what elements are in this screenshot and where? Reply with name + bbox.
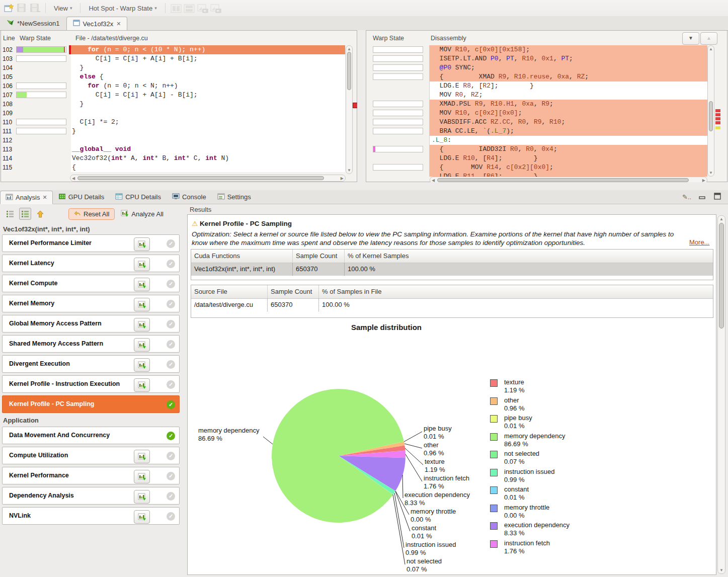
analysis-item-kernel-performance[interactable]: Kernel Performance✓	[2, 467, 180, 484]
hotspot-dropdown[interactable]: Hot Spot - Warp State ▾	[86, 4, 159, 13]
hotspot-marker[interactable]	[715, 121, 720, 124]
editor-sash[interactable]	[357, 30, 366, 182]
scroll-up-icon[interactable]: ▲	[708, 47, 714, 51]
view-menu[interactable]: View ▾	[51, 4, 75, 13]
run-analysis-button[interactable]	[134, 338, 150, 352]
analysis-item-kernel-compute[interactable]: Kernel Compute✓	[2, 275, 180, 292]
disassembly-line[interactable]: XMAD.PSL R9, R10.H1, 0xa, R9;	[366, 100, 707, 109]
analysis-item-compute-utilization[interactable]: Compute Utilization✓	[2, 447, 180, 464]
scroll-up-icon[interactable]: ▲	[346, 47, 352, 51]
scrollbar-thumb[interactable]	[347, 52, 351, 90]
source-line[interactable]: 104 }	[1, 63, 345, 72]
source-code-text[interactable]	[71, 109, 345, 118]
source-line[interactable]: 109	[1, 109, 345, 118]
scroll-down-icon[interactable]: ▼	[718, 568, 725, 572]
disassembly-text[interactable]: MOV R10, c[0x0][0x158];	[429, 45, 707, 54]
disassembly-text[interactable]: ISETP.LT.AND P0, PT, R10, 0x1, PT;	[429, 54, 707, 63]
close-icon[interactable]: ✕	[42, 194, 47, 201]
disassembly-line[interactable]: VABSDIFF.ACC RZ.CC, R0, R9, R10;	[366, 118, 707, 127]
source-horizontal-scrollbar[interactable]: ◀ ▶	[70, 175, 346, 182]
disassembly-line[interactable]: { MOV R14, c[0x2][0x0];	[366, 163, 707, 172]
source-code-text[interactable]: for (n = 0; n < N; n++)	[71, 81, 345, 91]
pencil-icon[interactable]: ✎..	[682, 193, 691, 201]
disassembly-text[interactable]: VABSDIFF.ACC RZ.CC, R0, R9, R10;	[429, 118, 707, 127]
hotspot-marker[interactable]	[715, 109, 720, 112]
run-analysis-button[interactable]	[134, 470, 150, 483]
source-code-text[interactable]: }	[71, 63, 345, 72]
scrollbar-thumb[interactable]	[437, 178, 689, 182]
source-code-text[interactable]: }	[71, 127, 345, 136]
tab-settings[interactable]: Settings	[212, 190, 257, 204]
analysis-item-dependency-analysis[interactable]: Dependency Analysis✓	[2, 487, 180, 505]
source-line[interactable]: 115{	[1, 163, 345, 172]
scroll-up-icon[interactable]: ▲	[718, 217, 725, 221]
scrollbar-thumb[interactable]	[77, 176, 324, 180]
disassembly-line[interactable]: LDG.E R11, [R6]; }	[366, 172, 707, 177]
disassembly-line[interactable]: { IADD32I R0, R0, 0x4;	[366, 145, 707, 154]
table-row[interactable]: Vec1of32x(int*, int*, int*, int)65037010…	[191, 263, 713, 276]
source-code-text[interactable]	[71, 136, 345, 145]
disassembly-line[interactable]: ISETP.LT.AND P0, PT, R10, 0x1, PT;	[366, 54, 707, 63]
scroll-left-icon[interactable]: ◀	[72, 176, 75, 181]
disassembly-line[interactable]: MOV R10, c[0x2][0x0];	[366, 109, 707, 118]
tab-gpu-details[interactable]: GPU Details	[53, 190, 110, 204]
column-header[interactable]: % of Samples in File	[319, 285, 713, 298]
table-row[interactable]: /data/test/diverge.cu650370100.00 %	[191, 299, 713, 311]
run-analysis-button[interactable]	[134, 490, 150, 504]
source-line[interactable]: 113__global__ void	[1, 145, 345, 154]
disassembly-text[interactable]: { IADD32I R0, R0, 0x4;	[429, 145, 707, 154]
source-code-text[interactable]: {	[71, 163, 345, 172]
run-analysis-button[interactable]	[134, 378, 150, 392]
disassembly-text[interactable]: { MOV R14, c[0x2][0x0];	[429, 163, 707, 172]
source-line[interactable]: 111}	[1, 127, 345, 136]
disassembly-text[interactable]: XMAD.PSL R9, R10.H1, 0xa, R9;	[429, 100, 707, 109]
source-code-text[interactable]: __global__ void	[71, 145, 345, 154]
disassembly-vertical-scrollbar[interactable]: ▲ ▼	[707, 45, 714, 177]
run-analysis-button[interactable]	[134, 450, 150, 463]
analysis-item-shared-memory-access-pattern[interactable]: Shared Memory Access Pattern✓	[2, 335, 180, 353]
disassembly-text[interactable]: BRA CC.LE, `(.L_7);	[429, 127, 707, 136]
horizontal-sash[interactable]	[0, 182, 728, 190]
analysis-item-kernel-memory[interactable]: Kernel Memory✓	[2, 295, 180, 312]
disassembly-line[interactable]: MOV R10, c[0x0][0x158];	[366, 45, 707, 54]
disassembly-text[interactable]: MOV R10, c[0x2][0x0];	[429, 109, 707, 118]
column-header[interactable]: Cuda Functions	[191, 250, 293, 263]
analysis-item-global-memory-access-pattern[interactable]: Global Memory Access Pattern✓	[2, 315, 180, 333]
close-icon[interactable]: ✕	[116, 21, 121, 27]
disassembly-text[interactable]: { XMAD R9, R10.reuse, 0xa, RZ;	[429, 72, 707, 81]
run-analysis-button[interactable]	[134, 278, 150, 291]
analysis-item-kernel-profile-pc-sampling[interactable]: Kernel Profile - PC Sampling✓	[2, 395, 180, 413]
source-line[interactable]: 105 else {	[1, 72, 345, 81]
source-line[interactable]: 107 C[i] = C[i] + A[i] - B[i];	[1, 91, 345, 100]
run-analysis-button[interactable]	[134, 258, 150, 271]
scrollbar-thumb[interactable]	[709, 101, 713, 131]
source-line[interactable]: 106 for (n = 0; n < N; n++)	[1, 81, 345, 91]
next-hotspot-button[interactable]: ▼	[682, 32, 699, 45]
results-scrollbar[interactable]: ▲ ▼	[717, 215, 725, 574]
hotspot-marker[interactable]	[715, 113, 720, 116]
collapse-list-icon[interactable]	[4, 208, 16, 220]
source-line[interactable]: 103 C[i] = C[i] + A[i] + B[i];	[1, 54, 345, 63]
source-code-text[interactable]: else {	[71, 72, 345, 81]
analysis-item-divergent-execution[interactable]: Divergent Execution✓	[2, 355, 180, 373]
source-code-text[interactable]: }	[71, 100, 345, 109]
tab-vec1of32x[interactable]: Vec1of32x ✕	[66, 17, 128, 31]
run-analysis-button[interactable]	[134, 318, 150, 332]
source-line[interactable]: 110 C[i] *= 2;	[1, 118, 345, 127]
source-line[interactable]: 108 }	[1, 100, 345, 109]
tab-console[interactable]: Console	[167, 190, 212, 204]
column-header[interactable]: Sample Count	[268, 285, 319, 298]
analysis-item-kernel-performance-limiter[interactable]: Kernel Performance Limiter✓	[2, 234, 180, 252]
expand-list-icon[interactable]	[19, 208, 31, 220]
analysis-item-nvlink[interactable]: NVLink✓	[2, 507, 180, 525]
source-vertical-scrollbar[interactable]: ▲ ▼	[346, 45, 353, 174]
disassembly-text[interactable]: LDG.E R8, [R2]; }	[429, 81, 707, 91]
run-analysis-button[interactable]	[134, 358, 150, 372]
source-line[interactable]: 114Vec32of32(int* A, int* B, int* C, int…	[1, 154, 345, 163]
hotspot-marker[interactable]	[715, 117, 720, 120]
disassembly-text[interactable]: LDG.E R11, [R6]; }	[429, 172, 707, 177]
disassembly-line[interactable]: LDG.E R10, [R4]; }	[366, 154, 707, 163]
disassembly-line[interactable]: BRA CC.LE, `(.L_7);	[366, 127, 707, 136]
column-header[interactable]: % of Kernel Samples	[345, 250, 713, 263]
disassembly-text[interactable]: MOV R0, RZ;	[429, 91, 707, 100]
